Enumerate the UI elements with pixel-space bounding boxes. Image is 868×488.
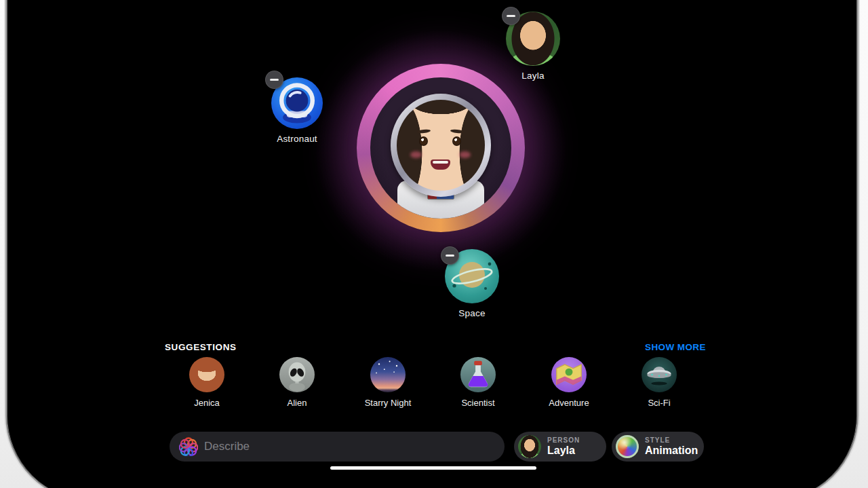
concept-label-space: Space xyxy=(431,308,513,318)
image-playground-icon xyxy=(179,437,198,456)
minus-icon xyxy=(507,15,515,17)
describe-field[interactable] xyxy=(170,432,505,462)
person-value: Layla xyxy=(547,445,580,457)
concept-label-layla: Layla xyxy=(492,71,574,81)
suggestion-scifi[interactable]: Sci-Fi xyxy=(618,357,700,408)
concept-label-astronaut: Astronaut xyxy=(256,134,338,144)
avatar-face xyxy=(397,100,485,191)
animation-style-sphere-icon xyxy=(616,435,639,458)
starry-night-thumbnail xyxy=(370,357,406,392)
map-icon xyxy=(551,357,587,392)
remove-astronaut-button[interactable] xyxy=(265,71,283,89)
suggestion-scientist[interactable]: Scientist xyxy=(437,357,519,408)
person-avatar xyxy=(518,435,541,458)
home-indicator[interactable] xyxy=(330,466,536,470)
style-value: Animation xyxy=(645,445,698,457)
suggestion-starry-night[interactable]: Starry Night xyxy=(347,357,429,408)
suggestion-jenica[interactable]: Jenica xyxy=(166,357,248,408)
ipad-bezel: Layla Astronaut xyxy=(5,0,859,488)
alien-icon xyxy=(279,357,315,392)
scientist-thumbnail xyxy=(460,357,496,392)
describe-input[interactable] xyxy=(204,440,495,453)
show-more-link[interactable]: SHOW MORE xyxy=(645,342,713,352)
astronaut-helmet xyxy=(391,94,491,197)
generated-avatar-image xyxy=(370,77,511,219)
adventure-thumbnail xyxy=(551,357,587,392)
minus-icon xyxy=(446,255,454,257)
flask-icon xyxy=(460,357,496,392)
person-pill[interactable]: PERSON Layla xyxy=(514,432,606,462)
stars-icon xyxy=(370,357,406,392)
suggestion-label: Scientist xyxy=(437,398,519,408)
suggestion-adventure[interactable]: Adventure xyxy=(528,357,610,408)
remove-layla-button[interactable] xyxy=(502,7,520,25)
suggestion-label: Adventure xyxy=(528,398,610,408)
suggestion-label: Alien xyxy=(256,398,338,408)
jenica-photo-thumbnail xyxy=(189,357,224,392)
suggestion-label: Sci-Fi xyxy=(618,398,700,408)
remove-space-button[interactable] xyxy=(441,246,459,265)
suggestion-alien[interactable]: Alien xyxy=(256,357,338,408)
image-playground-canvas: Layla Astronaut xyxy=(5,1,859,488)
suggestions-header: SUGGESTIONS xyxy=(165,342,237,352)
suggestion-label: Starry Night xyxy=(347,398,429,408)
ufo-icon xyxy=(642,357,677,392)
alien-thumbnail xyxy=(279,357,315,392)
style-pill[interactable]: STYLE Animation xyxy=(612,432,704,462)
minus-icon xyxy=(270,79,279,81)
suggestion-label: Jenica xyxy=(166,398,248,408)
style-kicker: STYLE xyxy=(645,436,698,444)
scifi-thumbnail xyxy=(642,357,677,392)
generated-image-preview[interactable] xyxy=(357,64,525,232)
person-kicker: PERSON xyxy=(547,436,580,444)
